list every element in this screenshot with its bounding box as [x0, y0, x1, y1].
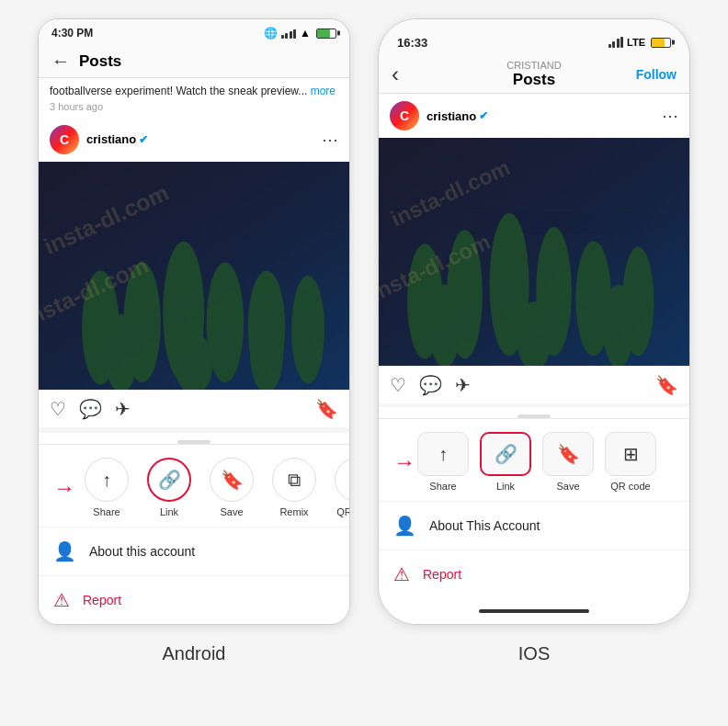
- ios-qr-label: QR code: [610, 481, 650, 492]
- android-post-text: footballverse experiment! Watch the snea…: [50, 84, 338, 99]
- ios-label: IOS: [518, 643, 550, 664]
- android-status-icons: 🌐 ▲: [264, 27, 336, 40]
- android-user-info: C cristiano ✔: [50, 125, 148, 154]
- ios-bookmark-icon[interactable]: 🔖: [655, 374, 678, 396]
- signal-bars: [281, 28, 297, 39]
- ios-qr-icon[interactable]: ⊞: [605, 432, 656, 476]
- ios-nav-bar: ‹ CRISTIAND Posts Follow: [379, 56, 689, 94]
- ios-share-item-link: 🔗 Link: [480, 432, 531, 492]
- ios-follow-button[interactable]: Follow: [636, 67, 677, 82]
- android-about-text: About this account: [89, 544, 195, 559]
- android-post-image: insta-dl.com insta-dl.com: [39, 162, 349, 390]
- ios-sheet-divider-bar: [379, 403, 689, 407]
- ios-username[interactable]: cristiano ✔: [427, 109, 488, 123]
- android-qr-icon[interactable]: ⊞: [335, 458, 350, 502]
- android-comment-icon[interactable]: 💬: [79, 398, 102, 420]
- android-red-arrow: →: [53, 475, 75, 501]
- ios-about-icon: 👤: [393, 515, 416, 537]
- battery-fill: [317, 29, 330, 38]
- ios-share-item-save: 🔖 Save: [542, 432, 594, 492]
- ios-section: 16:33 LTE: [378, 18, 690, 664]
- ios-user-info: C cristiano ✔: [390, 101, 488, 130]
- wifi-icon: ▲: [300, 27, 311, 40]
- android-remix-icon[interactable]: ⧉: [272, 458, 316, 502]
- android-link-label: Link: [160, 506, 178, 517]
- ios-share-sheet: → ↑ Share 🔗 Link 🔖 Save: [379, 418, 689, 598]
- ios-battery-icon: [651, 38, 671, 48]
- android-report[interactable]: ⚠ Report: [39, 575, 349, 624]
- android-remix-label: Remix: [279, 506, 308, 517]
- ios-red-arrow: →: [393, 449, 415, 475]
- android-save-label: Save: [220, 506, 243, 517]
- android-label: Android: [163, 643, 226, 664]
- android-avatar: C: [50, 125, 79, 154]
- chrome-icon: 🌐: [264, 27, 278, 40]
- ios-report-icon: ⚠: [393, 563, 410, 585]
- ios-share-icon[interactable]: ↑: [417, 432, 469, 476]
- android-about-account[interactable]: 👤 About this account: [39, 527, 349, 575]
- android-about-icon: 👤: [53, 540, 76, 562]
- android-post-time: 3 hours ago: [50, 101, 338, 112]
- ios-signal-bar-1: [609, 44, 611, 48]
- android-section: 4:30 PM 🌐 ▲: [38, 18, 350, 664]
- phones-row: 4:30 PM 🌐 ▲: [0, 18, 728, 664]
- ios-user-row: C cristiano ✔ ⋯: [379, 94, 689, 138]
- android-report-text: Report: [83, 593, 121, 607]
- android-post-more[interactable]: more: [311, 85, 336, 97]
- android-link-icon[interactable]: 🔗: [147, 458, 191, 502]
- android-bookmark-icon[interactable]: 🔖: [315, 398, 338, 420]
- main-container: 4:30 PM 🌐 ▲: [0, 0, 728, 726]
- ios-report[interactable]: ⚠ Report: [379, 550, 689, 598]
- android-action-icons: ♡ 💬 ✈ 🔖: [39, 390, 349, 427]
- ios-three-dots[interactable]: ⋯: [662, 106, 678, 126]
- ios-back-button[interactable]: ‹: [392, 62, 399, 87]
- ios-save-label: Save: [556, 481, 579, 492]
- android-heart-icon[interactable]: ♡: [50, 398, 66, 420]
- signal-bar-3: [290, 31, 292, 39]
- signal-bar-4: [293, 29, 296, 39]
- signal-bar-2: [285, 33, 288, 39]
- ios-battery-fill: [652, 39, 665, 47]
- ios-report-text: Report: [423, 567, 461, 582]
- ios-home-indicator: [379, 598, 689, 624]
- android-sheet-divider-bar: [39, 427, 349, 433]
- android-verified-icon: ✔: [139, 133, 148, 146]
- android-share-item-share: ↑ Share: [85, 458, 129, 517]
- ios-verified-icon: ✔: [479, 109, 488, 122]
- android-share-item-remix: ⧉ Remix: [272, 458, 316, 517]
- ios-save-icon[interactable]: 🔖: [542, 432, 594, 476]
- android-back-button[interactable]: ←: [51, 51, 70, 72]
- ios-heart-icon[interactable]: ♡: [390, 374, 406, 396]
- android-three-dots[interactable]: ⋯: [322, 130, 338, 150]
- android-nav-title: Posts: [79, 52, 121, 71]
- ios-signal-bars: [609, 37, 624, 48]
- ios-about-account[interactable]: 👤 About This Account: [379, 501, 689, 550]
- android-share-item-qr: ⊞ QR code: [335, 458, 350, 517]
- android-share-sheet: → ↑ Share 🔗 Link 🔖 Save: [39, 444, 349, 624]
- android-share-label: Share: [93, 506, 119, 517]
- ios-action-icons: ♡ 💬 ✈ 🔖: [379, 366, 689, 403]
- android-qr-label: QR code: [336, 506, 350, 517]
- ios-lte-label: LTE: [627, 37, 645, 48]
- ios-share-item-qr: ⊞ QR code: [605, 432, 656, 492]
- android-soccer-image: insta-dl.com insta-dl.com: [39, 162, 349, 390]
- svg-point-10: [250, 314, 283, 390]
- ios-send-icon[interactable]: ✈: [455, 374, 471, 396]
- ios-nav-subtitle: CRISTIAND: [506, 60, 561, 71]
- ios-center-nav: CRISTIAND Posts: [506, 60, 561, 89]
- ios-signal-bar-4: [620, 37, 623, 48]
- android-share-icon[interactable]: ↑: [85, 458, 129, 502]
- android-nav-bar: ← Posts: [39, 45, 349, 78]
- android-username[interactable]: cristiano ✔: [86, 132, 148, 146]
- ios-link-icon[interactable]: 🔗: [480, 432, 531, 476]
- ios-comment-icon[interactable]: 💬: [419, 374, 442, 396]
- android-save-icon[interactable]: 🔖: [210, 458, 254, 502]
- ios-post-image: insta-dl.com insta-dl.com: [379, 138, 689, 366]
- android-report-icon: ⚠: [53, 589, 70, 611]
- ios-signal-bar-2: [612, 41, 615, 48]
- ios-nav-title: Posts: [513, 71, 555, 89]
- android-send-icon[interactable]: ✈: [115, 398, 131, 420]
- ios-link-label: Link: [496, 481, 515, 492]
- ios-status-icons: LTE: [609, 37, 671, 48]
- ios-about-text: About This Account: [429, 518, 540, 533]
